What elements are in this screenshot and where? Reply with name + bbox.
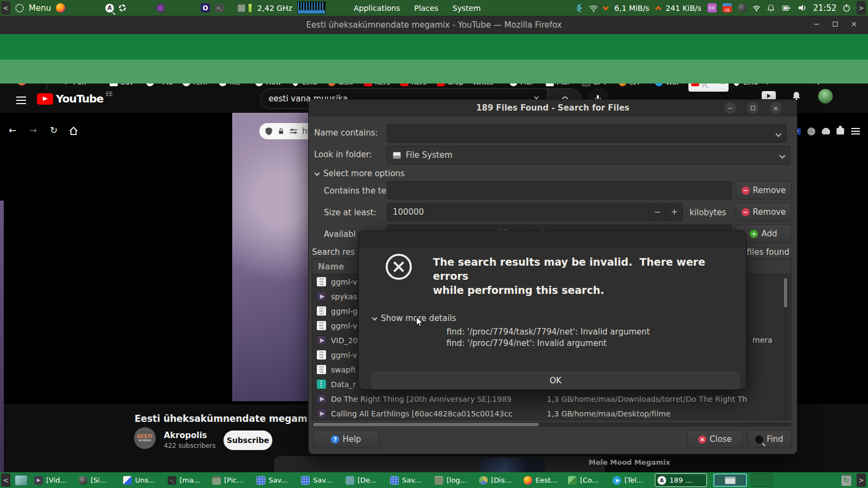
show-more-details-expander[interactable]: Show more details [373,313,456,323]
menu-button[interactable]: Menu [29,3,51,13]
taskbar-collapse-right-icon[interactable] [857,473,866,487]
taskbar-window-button[interactable]: [Pic... [210,473,254,487]
video-frame[interactable] [232,113,315,401]
back-icon[interactable]: ← [9,125,16,136]
taskbar-window-button[interactable]: 189 ... [655,473,707,487]
opera-browser-icon[interactable] [201,3,210,12]
tracking-shield-icon[interactable] [265,127,273,136]
taskbar-window-button[interactable]: [ma... [165,473,210,487]
ok-button[interactable]: OK [372,372,739,389]
wifi-icon[interactable] [589,4,598,12]
trash-icon[interactable] [841,475,851,486]
close-button[interactable]: × [851,20,857,28]
notifications-tray-icon[interactable] [767,3,775,13]
workspace-switcher-2[interactable] [751,473,773,487]
panel-collapse-right-icon[interactable] [857,1,866,15]
panel-collapse-left-icon[interactable] [1,1,10,15]
wifi-status-icon[interactable] [752,5,761,11]
terminal-launcher-icon[interactable] [215,4,224,12]
permissions-icon[interactable] [289,127,298,135]
window-icon [257,476,265,485]
notification-badge-icon[interactable]: 26 [723,3,732,12]
dialog-minimize-button[interactable]: − [724,102,736,114]
network-download-speed[interactable]: 6,1 MiB/s [615,4,649,12]
scrollbar-thumb[interactable] [784,278,787,307]
taskbar-window-button[interactable]: [De... [343,473,388,487]
chevron-down-icon[interactable] [779,152,785,158]
panel-menu[interactable]: Applications [354,4,400,12]
tray-sphere-icon[interactable] [738,4,746,12]
youtube-logo[interactable]: YouTube EE [37,92,113,105]
contains-text-input[interactable] [387,181,732,200]
file-row[interactable]: Calling All Earthlings [60ac4828ca015c00… [312,406,784,420]
taskbar-window-button[interactable]: Uns... [121,473,165,487]
search-tool-launcher-icon[interactable] [105,4,114,12]
panel-menu[interactable]: Places [414,4,439,12]
taskbar-window-button[interactable]: Sav... [299,473,343,487]
close-search-button[interactable]: ×Close [687,430,743,448]
firefox-launcher-icon[interactable] [56,3,65,12]
volume-icon[interactable] [798,4,807,12]
channel-avatar[interactable]: EESTI 90-NDAD [134,427,156,449]
dialog-maximize-button[interactable] [747,102,759,114]
youtube-menu-icon[interactable] [16,97,26,104]
download-arrow-icon [603,4,609,10]
tor-browser-icon[interactable] [156,4,165,12]
subscribe-button[interactable]: Subscribe [224,431,272,450]
clock[interactable]: 21:52 [813,3,837,13]
paw-extension-icon[interactable] [822,128,830,134]
battery-icon[interactable] [781,4,792,12]
taskbar-window-button[interactable]: [Dis... [477,473,521,487]
network-transmit-icon[interactable] [574,4,583,12]
panel-menu[interactable]: System [452,4,481,12]
more-options-expander[interactable]: Select more options [315,169,405,178]
taskbar-window-button[interactable]: [log... [432,473,477,487]
home-icon[interactable] [68,126,79,136]
spin-minus-button[interactable]: − [649,203,666,221]
show-desktop-icon[interactable] [15,475,28,486]
dialog-titlebar[interactable]: 189 Files Found - Search for Files − × [309,100,797,116]
find-button[interactable]: Find [747,430,792,448]
dialog-close-button[interactable]: × [770,102,782,114]
profile-avatar[interactable] [818,89,833,104]
power-icon[interactable] [843,4,851,12]
globe-extension-icon[interactable] [807,127,815,136]
scrollbar-thumb[interactable] [313,423,539,426]
remove-text-rule-button[interactable]: −Remove [736,181,792,200]
extensions-puzzle-icon[interactable] [837,128,844,134]
spin-plus-button[interactable]: + [666,203,682,221]
error-dialog-titlebar[interactable] [359,231,746,247]
taskbar-window-button[interactable]: Sav... [254,473,299,487]
cpu-graph-applet[interactable] [297,2,326,14]
size-spinbutton[interactable]: − + [387,203,683,221]
taskbar-window-button[interactable]: Sav... [388,473,432,487]
settings-gear-icon[interactable] [119,4,126,11]
horizontal-scrollbar[interactable] [312,422,792,427]
taskbar-collapse-left-icon[interactable] [1,473,10,487]
lock-icon[interactable] [277,127,285,136]
related-video-title[interactable]: Mele Mood Megamix [589,458,670,466]
forward-icon[interactable]: → [29,125,37,136]
workspace-switcher-active[interactable] [713,473,747,487]
firefox-titlebar[interactable]: Eesti üheksakümnendate megamix - YouTube… [0,16,868,34]
remove-size-rule-button[interactable]: −Remove [736,203,792,221]
taskbar-window-button[interactable]: [Si... [76,473,121,487]
app-menu-icon[interactable] [851,126,860,136]
help-button[interactable]: ?Help [313,430,379,448]
related-video-thumbnail[interactable] [480,458,545,472]
cpu-frequency[interactable]: 2,42 GHz [257,4,292,12]
taskbar-window-button[interactable]: [Co... [566,473,610,487]
maximize-button[interactable] [833,22,838,27]
look-in-folder-select[interactable]: File System [387,146,790,164]
taskbar-window-button[interactable]: [Vid... [32,473,76,487]
vertical-scrollbar[interactable] [783,274,788,420]
network-upload-speed[interactable]: 241 KiB/s [666,4,701,12]
channel-name[interactable]: Akropolis [164,431,207,440]
audio-mixer-tray-icon[interactable] [707,3,717,12]
file-row[interactable]: Do The Right Thing [20th Anniversary SE]… [312,391,784,406]
minimize-button[interactable]: − [814,20,820,28]
taskbar-window-button[interactable]: Eest... [521,473,566,487]
reload-icon[interactable]: ↻ [50,125,58,136]
name-contains-input[interactable] [387,124,787,143]
taskbar-window-button[interactable]: [Tel... [610,473,655,487]
